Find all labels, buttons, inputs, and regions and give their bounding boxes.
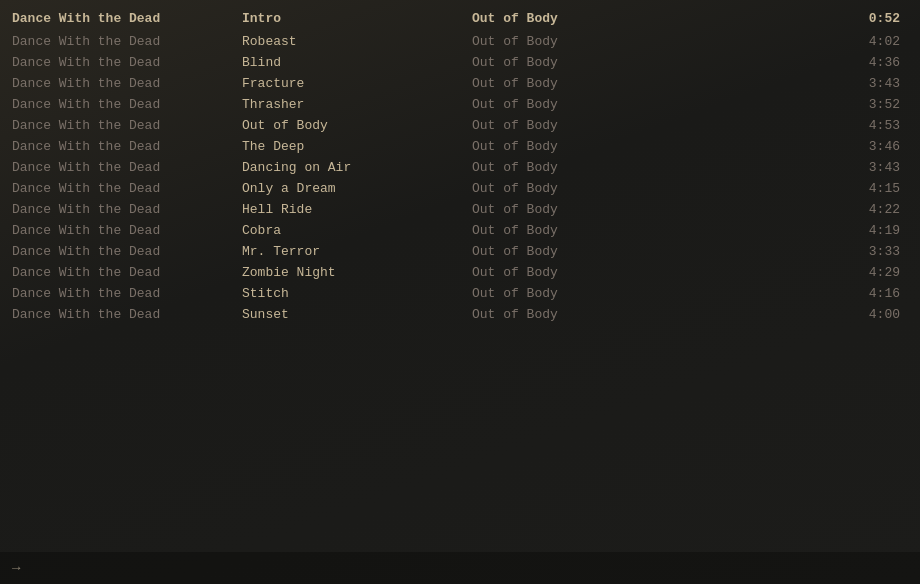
arrow-icon: →: [12, 560, 20, 576]
track-album: Out of Body: [472, 76, 702, 91]
track-duration: 4:53: [702, 118, 908, 133]
track-duration: 3:52: [702, 97, 908, 112]
track-artist: Dance With the Dead: [12, 286, 242, 301]
track-title: Dancing on Air: [242, 160, 472, 175]
header-artist: Dance With the Dead: [12, 11, 242, 26]
header-album: Out of Body: [472, 11, 702, 26]
track-duration: 4:15: [702, 181, 908, 196]
track-artist: Dance With the Dead: [12, 307, 242, 322]
track-duration: 3:46: [702, 139, 908, 154]
track-album: Out of Body: [472, 286, 702, 301]
header-title: Intro: [242, 11, 472, 26]
track-artist: Dance With the Dead: [12, 265, 242, 280]
track-duration: 3:33: [702, 244, 908, 259]
track-album: Out of Body: [472, 223, 702, 238]
table-row[interactable]: Dance With the Dead Thrasher Out of Body…: [0, 94, 920, 115]
track-artist: Dance With the Dead: [12, 181, 242, 196]
track-title: Stitch: [242, 286, 472, 301]
table-row[interactable]: Dance With the Dead Out of Body Out of B…: [0, 115, 920, 136]
track-artist: Dance With the Dead: [12, 202, 242, 217]
track-duration: 4:19: [702, 223, 908, 238]
track-album: Out of Body: [472, 118, 702, 133]
track-duration: 4:02: [702, 34, 908, 49]
track-duration: 3:43: [702, 76, 908, 91]
table-row[interactable]: Dance With the Dead Mr. Terror Out of Bo…: [0, 241, 920, 262]
track-album: Out of Body: [472, 160, 702, 175]
table-row[interactable]: Dance With the Dead Robeast Out of Body …: [0, 31, 920, 52]
table-row[interactable]: Dance With the Dead The Deep Out of Body…: [0, 136, 920, 157]
track-duration: 3:43: [702, 160, 908, 175]
table-row[interactable]: Dance With the Dead Dancing on Air Out o…: [0, 157, 920, 178]
track-title: Zombie Night: [242, 265, 472, 280]
track-artist: Dance With the Dead: [12, 244, 242, 259]
table-row[interactable]: Dance With the Dead Hell Ride Out of Bod…: [0, 199, 920, 220]
track-album: Out of Body: [472, 202, 702, 217]
track-album: Out of Body: [472, 265, 702, 280]
table-row[interactable]: Dance With the Dead Only a Dream Out of …: [0, 178, 920, 199]
track-duration: 4:00: [702, 307, 908, 322]
table-row[interactable]: Dance With the Dead Fracture Out of Body…: [0, 73, 920, 94]
track-title: Thrasher: [242, 97, 472, 112]
table-row[interactable]: Dance With the Dead Stitch Out of Body 4…: [0, 283, 920, 304]
track-duration: 4:29: [702, 265, 908, 280]
track-title: Cobra: [242, 223, 472, 238]
track-album: Out of Body: [472, 55, 702, 70]
track-artist: Dance With the Dead: [12, 34, 242, 49]
track-title: Hell Ride: [242, 202, 472, 217]
track-album: Out of Body: [472, 97, 702, 112]
table-row[interactable]: Dance With the Dead Blind Out of Body 4:…: [0, 52, 920, 73]
table-row[interactable]: Dance With the Dead Cobra Out of Body 4:…: [0, 220, 920, 241]
header-duration: 0:52: [702, 11, 908, 26]
track-artist: Dance With the Dead: [12, 118, 242, 133]
track-title: Out of Body: [242, 118, 472, 133]
track-artist: Dance With the Dead: [12, 55, 242, 70]
track-title: Robeast: [242, 34, 472, 49]
track-list: Dance With the Dead Intro Out of Body 0:…: [0, 0, 920, 333]
track-artist: Dance With the Dead: [12, 223, 242, 238]
track-artist: Dance With the Dead: [12, 139, 242, 154]
track-artist: Dance With the Dead: [12, 97, 242, 112]
track-title: Blind: [242, 55, 472, 70]
track-title: Only a Dream: [242, 181, 472, 196]
track-duration: 4:36: [702, 55, 908, 70]
table-row[interactable]: Dance With the Dead Zombie Night Out of …: [0, 262, 920, 283]
track-duration: 4:16: [702, 286, 908, 301]
track-album: Out of Body: [472, 34, 702, 49]
track-album: Out of Body: [472, 244, 702, 259]
track-title: Fracture: [242, 76, 472, 91]
bottom-bar: →: [0, 552, 920, 584]
track-duration: 4:22: [702, 202, 908, 217]
track-artist: Dance With the Dead: [12, 160, 242, 175]
track-list-header: Dance With the Dead Intro Out of Body 0:…: [0, 8, 920, 29]
track-album: Out of Body: [472, 139, 702, 154]
track-title: The Deep: [242, 139, 472, 154]
track-title: Mr. Terror: [242, 244, 472, 259]
track-artist: Dance With the Dead: [12, 76, 242, 91]
track-album: Out of Body: [472, 307, 702, 322]
track-title: Sunset: [242, 307, 472, 322]
track-album: Out of Body: [472, 181, 702, 196]
table-row[interactable]: Dance With the Dead Sunset Out of Body 4…: [0, 304, 920, 325]
